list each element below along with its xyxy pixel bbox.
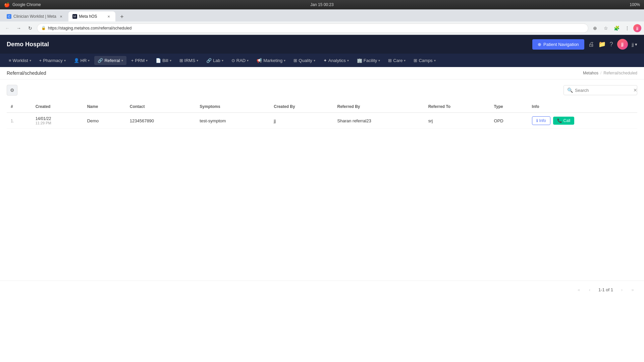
pharmacy-label: Pharmacy — [43, 58, 63, 63]
help-icon-button[interactable]: ? — [610, 41, 613, 48]
menu-item-hr[interactable]: 👤 HR ▾ — [70, 56, 93, 65]
folder-icon-button[interactable]: 📁 — [598, 41, 606, 48]
zoom-icon[interactable]: ⊕ — [590, 23, 600, 33]
settings-button[interactable]: ⚙ — [7, 85, 17, 96]
marketing-icon: 📢 — [257, 58, 262, 63]
tab1-favicon: C — [7, 14, 11, 19]
bill-icon: 📄 — [156, 58, 161, 63]
tab-clinician-worklist[interactable]: C Clinician Worklist | Meta ✕ — [3, 11, 68, 21]
irms-icon: ⊞ — [179, 58, 183, 63]
hr-icon: 👤 — [74, 58, 79, 63]
menu-item-facility[interactable]: 🏢 Facility ▾ — [354, 56, 383, 65]
print-icon-button[interactable]: 🖨 — [588, 41, 594, 48]
pharmacy-chevron: ▾ — [64, 59, 66, 62]
user-name-label[interactable]: jj ▾ — [632, 42, 637, 47]
os-bar-time: Jan 15 00:23 — [310, 2, 333, 7]
prm-chevron: ▾ — [146, 59, 148, 62]
top-nav-right: ⊕ Patient Navigation 🖨 📁 ? jj jj ▾ — [532, 39, 637, 50]
url-bar[interactable]: 🔒 https://staging.metahos.com/referral/s… — [37, 23, 588, 33]
bookmark-icon[interactable]: ☆ — [601, 23, 610, 33]
menu-item-pharmacy[interactable]: + Pharmacy ▾ — [36, 56, 69, 65]
os-bar-right: 100% — [630, 2, 640, 7]
menu-item-rad[interactable]: ⊙ RAD ▾ — [228, 56, 252, 65]
menu-item-prm[interactable]: + PRM ▾ — [128, 56, 151, 65]
call-btn-label: Call — [564, 118, 571, 123]
action-buttons: ℹ Info 📞 Call — [532, 116, 633, 125]
col-header-name: Name — [83, 101, 126, 113]
menu-item-marketing[interactable]: 📢 Marketing ▾ — [253, 56, 289, 65]
cell-time: 11:29 PM — [36, 121, 79, 125]
menu-item-care[interactable]: ⊞ Care ▾ — [385, 56, 409, 65]
chrome-profile-avatar[interactable]: jj — [633, 24, 641, 32]
info-button[interactable]: ℹ Info — [532, 116, 550, 125]
marketing-label: Marketing — [263, 58, 282, 63]
user-avatar[interactable]: jj — [617, 39, 628, 50]
quality-label: Quality — [299, 58, 312, 63]
patient-navigation-button[interactable]: ⊕ Patient Navigation — [532, 39, 584, 50]
extension-icon[interactable]: 🧩 — [612, 23, 621, 33]
cell-symptoms: test-symptom — [196, 113, 270, 129]
breadcrumb-home-link[interactable]: Metahos — [583, 71, 598, 75]
tab2-title: Meta hOS — [79, 14, 104, 19]
tab-bar: C Clinician Worklist | Meta ✕ M Meta hOS… — [0, 9, 644, 21]
rad-chevron: ▾ — [247, 59, 249, 62]
breadcrumb-bar: Referral/scheduled Metahos / Referral/sc… — [0, 67, 644, 79]
irms-chevron: ▾ — [197, 59, 198, 62]
apple-icon[interactable]: 🍎 — [4, 2, 10, 7]
search-clear-button[interactable]: ✕ — [633, 87, 637, 93]
menu-item-referral[interactable]: 🔗 Referral ▾ — [94, 56, 126, 65]
referral-label: Referral — [104, 58, 120, 63]
menu-item-bill[interactable]: 📄 Bill ▾ — [152, 56, 174, 65]
menu-item-camps[interactable]: ⊞ Camps ▾ — [410, 56, 439, 65]
camps-chevron: ▾ — [434, 59, 436, 62]
toolbar-row: ⚙ 🔍 ✕ — [7, 85, 637, 96]
referral-icon: 🔗 — [98, 58, 103, 63]
pharmacy-icon: + — [39, 58, 42, 63]
facility-chevron: ▾ — [378, 59, 380, 62]
last-page-button[interactable]: » — [628, 285, 637, 294]
menu-item-lab[interactable]: 🔗 Lab ▾ — [203, 56, 227, 65]
menu-item-irms[interactable]: ⊞ IRMS ▾ — [176, 56, 202, 65]
col-header-referred-to: Referred To — [424, 101, 490, 113]
menu-item-quality[interactable]: ⊞ Quality ▾ — [290, 56, 318, 65]
menu-item-worklist[interactable]: ≡ Worklist ▾ — [5, 56, 35, 65]
new-tab-button[interactable]: + — [117, 12, 127, 21]
search-input[interactable] — [575, 88, 631, 93]
first-page-button[interactable]: « — [574, 285, 584, 294]
rad-label: RAD — [236, 58, 246, 63]
cell-contact: 1234567890 — [126, 113, 196, 129]
analytics-chevron: ▾ — [347, 59, 349, 62]
prm-label: PRM — [135, 58, 145, 63]
reload-button[interactable]: ↻ — [25, 23, 35, 33]
call-button[interactable]: 📞 Call — [553, 117, 575, 125]
patient-nav-icon: ⊕ — [538, 42, 541, 47]
extensions-more-icon[interactable]: ⋮ — [623, 23, 632, 33]
prev-page-button[interactable]: ‹ — [585, 285, 594, 294]
facility-label: Facility — [364, 58, 377, 63]
hospital-name: Demo Hospital — [7, 41, 49, 48]
next-page-button[interactable]: › — [617, 285, 627, 294]
cell-actions: ℹ Info 📞 Call — [528, 113, 637, 129]
cell-referred-to: srj — [424, 113, 490, 129]
bill-label: Bill — [162, 58, 168, 63]
col-header-created: Created — [32, 101, 83, 113]
breadcrumb-current: Referral/scheduled — [603, 71, 637, 75]
tab1-close-button[interactable]: ✕ — [58, 14, 64, 19]
table-header: # Created Name Contact Symptoms Created … — [7, 101, 637, 113]
tab-metahos[interactable]: M Meta hOS ✕ — [68, 11, 115, 21]
patient-nav-label: Patient Navigation — [543, 42, 579, 47]
lab-chevron: ▾ — [222, 59, 223, 62]
back-button[interactable]: ← — [3, 23, 12, 33]
care-chevron: ▾ — [404, 59, 406, 62]
active-app-name: Google Chrome — [12, 2, 41, 7]
search-icon: 🔍 — [567, 87, 573, 93]
col-header-contact: Contact — [126, 101, 196, 113]
content-area: ⚙ 🔍 ✕ # Created Name Contact — [0, 79, 644, 281]
menu-item-analytics[interactable]: ✦ Analytics ▾ — [320, 56, 352, 65]
forward-button[interactable]: → — [14, 23, 23, 33]
app-container: Demo Hospital ⊕ Patient Navigation 🖨 📁 ?… — [0, 35, 644, 362]
bill-chevron: ▾ — [170, 59, 171, 62]
lock-icon: 🔒 — [41, 26, 46, 30]
table-row: 1. 14/01/22 11:29 PM Demo 1234567890 tes… — [7, 113, 637, 129]
tab2-close-button[interactable]: ✕ — [106, 14, 111, 19]
